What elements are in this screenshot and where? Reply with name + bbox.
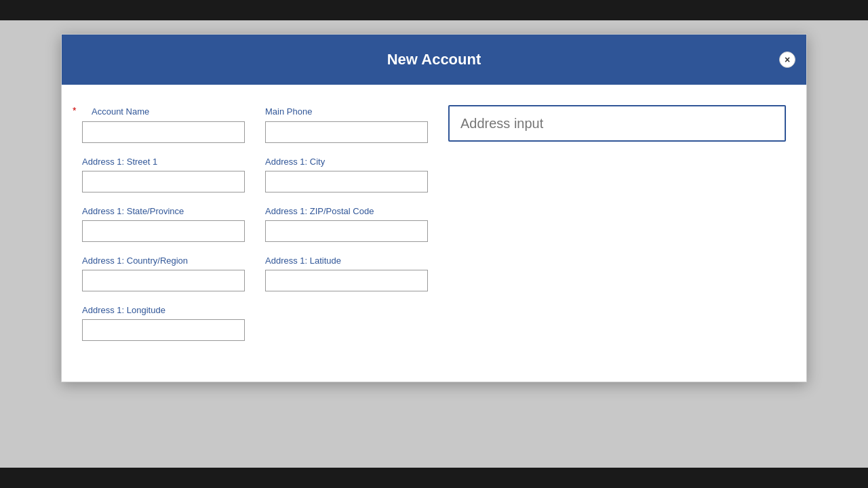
top-form-row: * Account Name Main Phone	[82, 105, 786, 143]
zip-input[interactable]	[265, 220, 428, 242]
main-phone-group: Main Phone	[265, 105, 428, 143]
state-group: Address 1: State/Province	[82, 206, 245, 242]
street1-input[interactable]	[82, 171, 245, 192]
zip-group: Address 1: ZIP/Postal Code	[265, 206, 428, 242]
address-input-field[interactable]	[448, 105, 786, 142]
country-label: Address 1: Country/Region	[82, 256, 245, 266]
account-name-input[interactable]	[82, 121, 245, 143]
city-input[interactable]	[265, 171, 428, 192]
address-row-3: Address 1: Country/Region Address 1: Lat…	[82, 256, 786, 291]
country-input[interactable]	[82, 270, 245, 291]
latitude-label: Address 1: Latitude	[265, 256, 428, 266]
longitude-label: Address 1: Longitude	[82, 305, 245, 315]
longitude-input[interactable]	[82, 319, 245, 341]
required-star: *	[73, 105, 76, 116]
account-name-group: * Account Name	[82, 105, 245, 143]
city-label: Address 1: City	[265, 157, 428, 167]
address-input-group	[448, 105, 786, 142]
state-input[interactable]	[82, 220, 245, 242]
address-row-4: Address 1: Longitude	[82, 305, 786, 341]
main-phone-input[interactable]	[265, 121, 428, 143]
top-bar	[0, 0, 868, 20]
address-row-1: Address 1: Street 1 Address 1: City	[82, 157, 786, 192]
zip-label: Address 1: ZIP/Postal Code	[265, 206, 428, 216]
account-name-label-wrapper: * Account Name	[82, 105, 245, 117]
address-row-2: Address 1: State/Province Address 1: ZIP…	[82, 206, 786, 242]
modal-header: New Account ×	[62, 35, 806, 85]
main-phone-label: Main Phone	[265, 106, 312, 117]
latitude-input[interactable]	[265, 270, 428, 291]
street1-label: Address 1: Street 1	[82, 157, 245, 167]
account-name-label: Account Name	[92, 106, 149, 117]
street1-group: Address 1: Street 1	[82, 157, 245, 192]
modal-body: * Account Name Main Phone Address 1: Str…	[62, 85, 806, 382]
longitude-group: Address 1: Longitude	[82, 305, 245, 341]
city-group: Address 1: City	[265, 157, 428, 192]
close-button[interactable]: ×	[779, 52, 795, 68]
bottom-bar	[0, 468, 868, 488]
latitude-group: Address 1: Latitude	[265, 256, 428, 291]
country-group: Address 1: Country/Region	[82, 256, 245, 291]
main-phone-label-wrapper: Main Phone	[265, 105, 428, 117]
state-label: Address 1: State/Province	[82, 206, 245, 216]
new-account-modal: New Account × * Account Name Main Phone	[61, 34, 807, 382]
modal-title: New Account	[387, 51, 481, 68]
